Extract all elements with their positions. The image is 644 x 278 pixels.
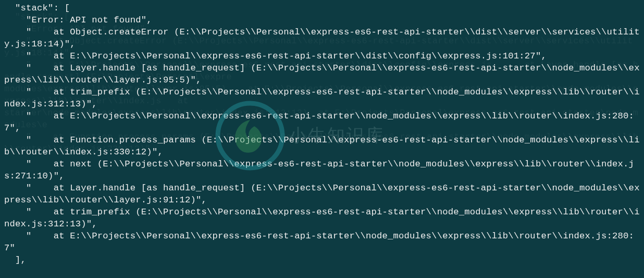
stack-trace-code: "stack": [ "Error: API not found", " at … xyxy=(0,0,644,270)
code-block-container: "stack": [ "Error: API not found", " at … xyxy=(0,0,644,278)
